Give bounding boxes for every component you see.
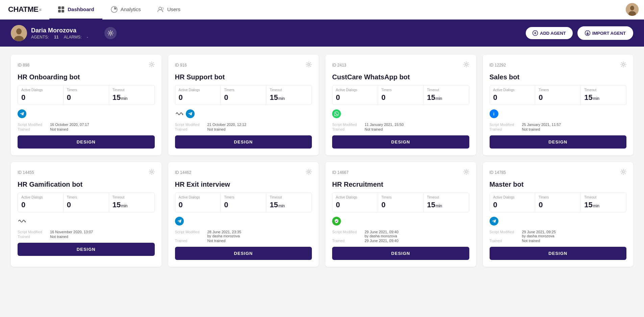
svg-point-21 bbox=[308, 171, 310, 173]
card-settings-button[interactable] bbox=[463, 169, 469, 176]
script-modified-label: Script Modified bbox=[18, 123, 48, 127]
banner-actions: ADD AGENT IMPORT AGENT bbox=[525, 26, 633, 40]
card-channels bbox=[175, 109, 312, 118]
timeout-label: Timeout bbox=[270, 88, 308, 92]
timers-label: Timers bbox=[224, 88, 263, 92]
card-title: Master bot bbox=[490, 180, 627, 188]
nav-item-analytics[interactable]: Analytics bbox=[102, 0, 149, 20]
bot-card: ID 14462 HR Exit interview Active Dialog… bbox=[168, 162, 319, 267]
card-channels bbox=[18, 216, 155, 226]
card-settings-button[interactable] bbox=[306, 169, 312, 176]
svg-point-23 bbox=[622, 171, 624, 173]
design-button[interactable]: DESIGN bbox=[175, 247, 312, 260]
design-button[interactable]: DESIGN bbox=[332, 135, 469, 149]
active-dialogs-stat: Active Dialogs 0 bbox=[18, 193, 64, 212]
timeout-value: 15min bbox=[584, 93, 623, 102]
nav-bar: CHATMEai Dashboard Analytics bbox=[0, 0, 644, 20]
timeout-stat: Timeout 15min bbox=[424, 193, 469, 212]
bot-card: ID 14455 HR Gamification bot Active Dial… bbox=[11, 162, 162, 267]
card-id: ID 14462 bbox=[175, 170, 192, 175]
trained-value: Not trained bbox=[207, 239, 226, 243]
trained-row: Trained Not trained bbox=[18, 235, 155, 239]
active-dialogs-value: 0 bbox=[21, 93, 60, 102]
dashboard-icon bbox=[57, 6, 65, 13]
user-avatar bbox=[11, 25, 27, 41]
script-modified-label: Script Modified bbox=[18, 230, 48, 234]
script-modified-value: 28 June 2021, 23:35by dasha morozova bbox=[207, 230, 241, 238]
trained-label: Trained bbox=[175, 127, 205, 131]
card-header: ID 12292 bbox=[490, 61, 627, 69]
card-channels bbox=[332, 109, 469, 118]
timeout-label: Timeout bbox=[113, 195, 151, 199]
active-dialogs-value: 0 bbox=[179, 93, 217, 102]
active-dialogs-stat: Active Dialogs 0 bbox=[175, 193, 221, 212]
svg-point-22 bbox=[465, 171, 467, 173]
svg-point-11 bbox=[16, 28, 22, 34]
card-title: Sales bot bbox=[490, 73, 627, 81]
active-dialogs-label: Active Dialogs bbox=[21, 195, 60, 199]
card-header: ID 2413 bbox=[332, 61, 469, 69]
agents-label: AGENTS: 11 bbox=[31, 35, 60, 39]
design-button[interactable]: DESIGN bbox=[18, 243, 155, 256]
timers-value: 0 bbox=[67, 93, 105, 102]
script-modified-value: 21 October 2020, 12:12 bbox=[207, 123, 247, 127]
timeout-label: Timeout bbox=[270, 195, 308, 199]
timeout-label: Timeout bbox=[113, 88, 151, 92]
import-agent-button[interactable]: IMPORT AGENT bbox=[577, 26, 633, 40]
card-settings-button[interactable] bbox=[149, 61, 155, 69]
timeout-stat: Timeout 15min bbox=[109, 85, 154, 105]
card-settings-button[interactable] bbox=[306, 61, 312, 69]
user-info: Daria Morozova AGENTS: 11 ALARMS: - bbox=[11, 25, 117, 41]
active-dialogs-stat: Active Dialogs 0 bbox=[18, 85, 64, 105]
shield-check-icon bbox=[332, 217, 341, 226]
active-dialogs-stat: Active Dialogs 0 bbox=[175, 85, 221, 105]
trained-label: Trained bbox=[490, 239, 520, 243]
active-dialogs-stat: Active Dialogs 0 bbox=[490, 85, 536, 105]
timers-value: 0 bbox=[224, 201, 263, 209]
design-button[interactable]: DESIGN bbox=[490, 135, 627, 149]
design-button[interactable]: DESIGN bbox=[175, 135, 312, 149]
timeout-stat: Timeout 15min bbox=[266, 193, 312, 212]
trained-row: Trained 29 June 2021, 09:40 bbox=[332, 239, 469, 243]
timers-label: Timers bbox=[381, 88, 420, 92]
card-stats: Active Dialogs 0 Timers 0 Timeout 15min bbox=[18, 85, 155, 105]
timeout-value: 15min bbox=[113, 201, 151, 209]
timers-label: Timers bbox=[539, 195, 577, 199]
user-details: Daria Morozova AGENTS: 11 ALARMS: - bbox=[31, 27, 96, 39]
design-button[interactable]: DESIGN bbox=[490, 247, 627, 260]
card-header: ID 14785 bbox=[490, 169, 627, 176]
design-button[interactable]: DESIGN bbox=[18, 135, 155, 149]
timeout-label: Timeout bbox=[584, 88, 623, 92]
nav-avatar bbox=[626, 0, 644, 19]
card-stats: Active Dialogs 0 Timers 0 Timeout 15min bbox=[332, 85, 469, 105]
card-settings-button[interactable] bbox=[463, 61, 469, 69]
card-settings-button[interactable] bbox=[620, 169, 626, 176]
timeout-stat: Timeout 15min bbox=[424, 85, 469, 105]
bot-card: ID 916 HR Support bot Active Dialogs 0 T… bbox=[168, 55, 319, 155]
nav-item-users[interactable]: Users bbox=[149, 0, 189, 20]
card-settings-button[interactable] bbox=[620, 61, 626, 69]
timers-stat: Timers 0 bbox=[64, 193, 109, 212]
card-title: HR Onboarding bot bbox=[18, 73, 155, 81]
timers-value: 0 bbox=[67, 201, 105, 209]
card-header: ID 14667 bbox=[332, 169, 469, 176]
plus-icon bbox=[532, 30, 538, 36]
trained-value: Not trained bbox=[522, 239, 540, 243]
user-settings-button[interactable] bbox=[104, 27, 117, 39]
trained-row: Trained Not trained bbox=[332, 127, 469, 131]
wave-icon bbox=[18, 217, 26, 226]
script-modified-value: 16 November 2020, 13:07 bbox=[50, 230, 93, 234]
card-channels bbox=[490, 216, 627, 226]
card-script-info: Script Modified 16 October 2020, 07:17 T… bbox=[18, 123, 155, 131]
svg-point-17 bbox=[308, 63, 310, 65]
card-stats: Active Dialogs 0 Timers 0 Timeout 15min bbox=[175, 85, 312, 105]
script-modified-value: 25 January 2021, 11:57 bbox=[522, 123, 561, 127]
nav-item-dashboard[interactable]: Dashboard bbox=[49, 0, 102, 20]
active-dialogs-value: 0 bbox=[493, 201, 532, 209]
script-modified-row: Script Modified 11 January 2021, 15:50 bbox=[332, 123, 469, 127]
bot-card: ID 14785 Master bot Active Dialogs 0 Tim… bbox=[483, 162, 634, 267]
add-agent-button[interactable]: ADD AGENT bbox=[525, 26, 573, 40]
card-settings-button[interactable] bbox=[149, 169, 155, 176]
design-button[interactable]: DESIGN bbox=[332, 247, 469, 260]
svg-rect-0 bbox=[58, 6, 61, 9]
